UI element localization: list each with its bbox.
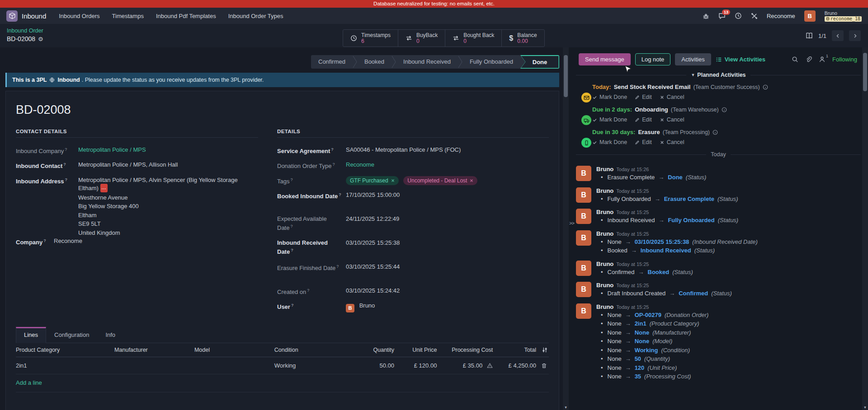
- pager-next-button[interactable]: [849, 30, 861, 41]
- send-message-button[interactable]: Send message: [579, 53, 631, 65]
- company-switcher[interactable]: Reconome: [767, 13, 795, 19]
- delete-row-icon[interactable]: [541, 363, 547, 368]
- mark-done-link[interactable]: Mark Done: [592, 94, 627, 100]
- user-info[interactable]: Bruno reconome_18: [825, 10, 862, 22]
- search-messages-icon[interactable]: [792, 56, 798, 63]
- form-scrollbar[interactable]: ▾: [563, 47, 569, 410]
- cancel-activity-link[interactable]: Cancel: [660, 116, 684, 123]
- cancel-activity-link[interactable]: Cancel: [660, 94, 684, 100]
- navbar-systray: 13 Reconome B Bruno reconome_18: [703, 10, 862, 22]
- check-icon: [592, 95, 597, 100]
- book-icon[interactable]: [806, 32, 813, 39]
- erasure-finished-date-value[interactable]: 03/10/2025 15:25:44: [346, 263, 400, 270]
- table-row[interactable]: 2in1 Working 50.00 £ 120.00 £ 35.00 £ 4,…: [16, 357, 549, 374]
- tag-gtf-purchased[interactable]: GTF Purchased: [346, 176, 399, 185]
- edit-activity-link[interactable]: Edit: [635, 94, 652, 100]
- menu-timestamps[interactable]: Timestamps: [112, 13, 144, 19]
- message-avatar: B: [576, 303, 591, 319]
- inbound-company-link[interactable]: Metropolitan Police / MPS: [78, 146, 146, 154]
- balance-stat-button[interactable]: $ Balance0.00: [501, 30, 544, 47]
- address-line: SE9 5LT: [78, 219, 258, 228]
- booked-inbound-date-value[interactable]: 17/10/2025 15:00:00: [346, 191, 400, 199]
- pencil-icon: [635, 95, 640, 100]
- timestamps-stat-button[interactable]: Timestamps6: [343, 30, 398, 47]
- chatter-message: B BrunoToday at 15:26 Erasure CompleteDo…: [569, 163, 868, 185]
- notebook-tabs: Lines Configuration Info: [16, 327, 549, 343]
- menu-inbound-pdf-templates[interactable]: Inbound Pdf Templates: [156, 13, 216, 19]
- view-activities-link[interactable]: View Activities: [716, 56, 765, 63]
- status-step-done-active[interactable]: Done: [520, 55, 559, 69]
- user-avatar[interactable]: B: [804, 10, 816, 22]
- arrow-right-icon: [622, 320, 635, 327]
- activities-clock-icon[interactable]: [735, 12, 742, 19]
- activities-button[interactable]: Activities: [675, 53, 711, 65]
- app-menu-icon[interactable]: [6, 10, 18, 22]
- buyback-stat-button[interactable]: BuyBack0: [398, 30, 445, 47]
- field-user: User B Bruno: [277, 302, 549, 312]
- arrow-right-icon: [622, 373, 635, 380]
- tab-info[interactable]: Info: [97, 327, 123, 343]
- mark-done-link[interactable]: Mark Done: [592, 139, 627, 145]
- add-a-line-link[interactable]: Add a line: [16, 374, 549, 392]
- inbound-address-value[interactable]: Metropolitan Police / MPS, Alvin Spencer…: [78, 176, 258, 192]
- following-button[interactable]: Following: [832, 56, 857, 63]
- status-step-inbound-received[interactable]: Inbound Received: [396, 55, 458, 69]
- tab-lines[interactable]: Lines: [16, 327, 46, 343]
- bug-icon[interactable]: [703, 13, 709, 19]
- messages-icon[interactable]: 13: [718, 12, 726, 19]
- activity-send-stock-received-email: Today: Send Stock Received Email (Team C…: [569, 84, 868, 100]
- chatter-message: B BrunoToday at 15:25 None03/10/2025 15:…: [569, 228, 868, 258]
- app-name[interactable]: Inbound: [22, 12, 46, 20]
- edit-activity-link[interactable]: Edit: [635, 139, 652, 145]
- caret-down-icon[interactable]: ▼: [691, 73, 695, 77]
- mark-done-link[interactable]: Mark Done: [592, 116, 627, 123]
- field-inbound-address: Inbound Address Metropolitan Police / MP…: [16, 176, 258, 192]
- tag-uncompleted-deal-lost[interactable]: Uncompleted - Deal Lost: [403, 176, 477, 185]
- main: Confirmed Booked Inbound Received Fully …: [0, 47, 868, 410]
- remove-tag-icon[interactable]: [391, 179, 395, 182]
- tab-configuration[interactable]: Configuration: [46, 327, 97, 343]
- edit-activity-link[interactable]: Edit: [635, 116, 652, 123]
- scrollbar-thumb[interactable]: [564, 55, 568, 97]
- inbound-contact-value[interactable]: Metropolitan Police / MPS, Allison Hall: [78, 161, 178, 168]
- info-icon[interactable]: [712, 130, 718, 135]
- status-step-booked[interactable]: Booked: [357, 55, 392, 69]
- log-note-button[interactable]: Log note: [635, 53, 671, 65]
- action-gear-icon[interactable]: ⚙: [38, 36, 43, 42]
- scrollbar-down-arrow[interactable]: ▾: [862, 405, 868, 410]
- message-avatar: B: [576, 282, 591, 297]
- scrollbar-thumb[interactable]: [863, 53, 867, 91]
- x-icon: [660, 140, 665, 145]
- scrollbar-down-arrow[interactable]: ▾: [563, 405, 569, 410]
- menu-inbound-order-types[interactable]: Inbound Order Types: [228, 13, 283, 19]
- chatter-scrollbar[interactable]: ▾: [862, 47, 868, 410]
- arrow-right-icon: [651, 196, 664, 202]
- donation-order-type-link[interactable]: Reconome: [346, 161, 374, 168]
- address-line: Eltham: [78, 211, 258, 220]
- service-agreement-value[interactable]: SA00046 - Metropolitan Police / MPS (FOC…: [346, 146, 461, 154]
- inbound-received-date-value[interactable]: 03/10/2025 15:25:38: [346, 239, 400, 247]
- breadcrumb-parent[interactable]: Inbound Order: [7, 28, 43, 34]
- cancel-activity-link[interactable]: Cancel: [660, 139, 684, 145]
- remove-tag-icon[interactable]: [470, 179, 473, 182]
- attachments-icon[interactable]: [805, 56, 812, 63]
- internal-note-badge[interactable]: ...: [100, 184, 108, 192]
- menu-inbound-orders[interactable]: Inbound Orders: [59, 13, 99, 19]
- status-step-confirmed[interactable]: Confirmed: [311, 55, 353, 69]
- x-icon: [660, 95, 665, 100]
- debug-tools-icon[interactable]: [751, 13, 758, 19]
- optional-columns-icon[interactable]: [542, 347, 548, 353]
- company-value[interactable]: Reconome: [54, 237, 82, 245]
- chatter-expand-handle[interactable]: >>: [569, 220, 574, 226]
- info-icon[interactable]: [722, 107, 727, 112]
- expected-available-date-value[interactable]: 24/11/2025 12:22:49: [346, 215, 399, 223]
- pager-previous-button[interactable]: [832, 30, 844, 41]
- chatter-message: B BrunoToday at 15:25 Draft Inbound Crea…: [569, 279, 868, 301]
- status-step-fully-onboarded[interactable]: Fully Onboarded: [462, 55, 520, 69]
- followers-icon[interactable]: 1: [819, 56, 826, 63]
- info-icon[interactable]: [763, 84, 768, 90]
- user-field-value[interactable]: Bruno: [359, 302, 375, 309]
- chatter-message: B BrunoToday at 15:25 ConfirmedBooked(St…: [569, 258, 868, 280]
- bought-back-stat-button[interactable]: Bought Back0: [445, 30, 501, 47]
- breadcrumb: Inbound Order BD-02008 ⚙: [7, 26, 43, 42]
